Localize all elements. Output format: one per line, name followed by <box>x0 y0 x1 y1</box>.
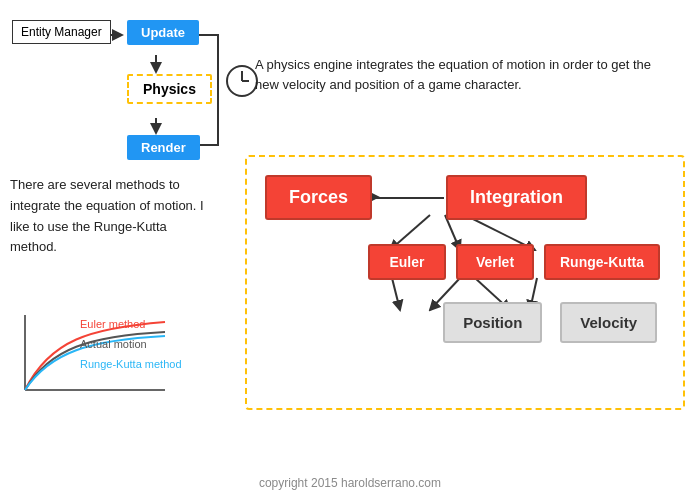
render-box: Render <box>127 135 200 160</box>
copyright-text: copyright 2015 haroldserrano.com <box>0 476 700 490</box>
methods-row: Euler Verlet Runge-Kutta <box>265 244 665 280</box>
position-box: Position <box>443 302 542 343</box>
posvel-row: Position Velocity <box>265 302 665 343</box>
render-label: Render <box>127 135 200 160</box>
left-description-text: There are several methods to integrate t… <box>10 175 210 258</box>
forces-integration-row: Forces Integration <box>265 175 665 220</box>
integration-box: Integration <box>446 175 587 220</box>
description-text: A physics engine integrates the equation… <box>255 55 675 94</box>
graph-legend: Euler method Actual motion Runge-Kutta m… <box>80 315 182 374</box>
physics-label: Physics <box>127 74 212 104</box>
forces-arrow <box>374 197 444 199</box>
main-diagram-box: Forces Integration Euler Verlet Runge-Ku… <box>245 155 685 410</box>
clock-icon <box>225 64 259 101</box>
runge-kutta-box: Runge-Kutta <box>544 244 660 280</box>
entity-manager-label: Entity Manager <box>12 20 111 44</box>
velocity-box: Velocity <box>560 302 657 343</box>
actual-legend-label: Actual motion <box>80 335 182 355</box>
runge-legend-label: Runge-Kutta method <box>80 355 182 375</box>
update-label: Update <box>127 20 199 45</box>
euler-box: Euler <box>368 244 446 280</box>
entity-manager-box: Entity Manager <box>12 20 111 44</box>
physics-box: Physics <box>127 74 212 104</box>
forces-box: Forces <box>265 175 372 220</box>
update-box: Update <box>127 20 199 45</box>
euler-legend-label: Euler method <box>80 315 182 335</box>
verlet-box: Verlet <box>456 244 534 280</box>
